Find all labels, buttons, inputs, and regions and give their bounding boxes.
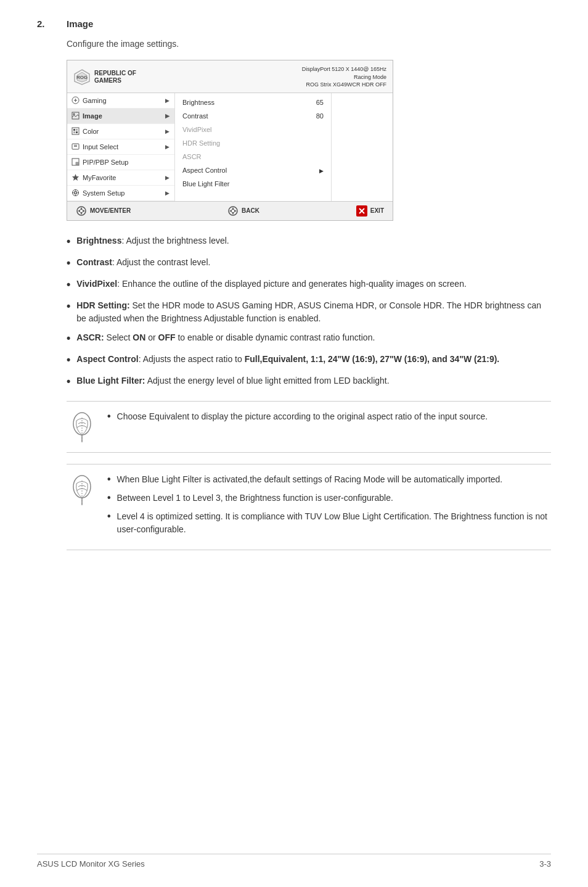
menu-label-6: System Setup (83, 189, 125, 197)
svg-marker-27 (80, 212, 83, 215)
bullet-item-6: • Blue Light Filter: Adjust the energy l… (67, 374, 551, 390)
svg-marker-33 (229, 210, 232, 212)
osd-content-item-3: HDR Setting (175, 136, 331, 150)
svg-rect-9 (73, 129, 75, 131)
svg-rect-8 (72, 128, 79, 134)
bullet-text-0: Brightness: Adjust the brightness level. (76, 234, 229, 247)
menu-arrow-1: ▶ (165, 113, 169, 119)
menu-icon-1 (71, 112, 80, 120)
osd-logo: ROG REPUBLIC OF GAMERS (73, 68, 136, 86)
osd-footer: MOVE/ENTER BACK (67, 201, 393, 220)
rog-logo-icon: ROG (73, 68, 91, 86)
osd-third-panel (331, 93, 393, 201)
osd-menu-item-myfavorite: MyFavorite ▶ (67, 170, 174, 186)
note-1-content: •Choose Equivalent to display the pictur… (107, 410, 551, 429)
section-number: 2. (37, 19, 49, 29)
osd-content-item-1: Contrast 80 (175, 109, 331, 123)
content-label-0: Brightness (182, 99, 214, 106)
menu-icon-6 (71, 189, 80, 197)
note-icon-1 (67, 410, 97, 444)
menu-icon-3 (71, 142, 80, 151)
feather-icon-2 (69, 474, 95, 506)
note-2-item-2: •Level 4 is optimized setting. It is com… (107, 510, 551, 536)
footer-left: ASUS LCD Monitor XG Series (37, 859, 145, 868)
note-2-item-1: •Between Level 1 to Level 3, the Brightn… (107, 492, 551, 505)
content-label-4: ASCR (182, 153, 202, 160)
svg-marker-34 (234, 210, 237, 212)
bullet-dot-2: • (67, 276, 70, 293)
bullet-dot-3: • (67, 298, 70, 315)
osd-move-btn: MOVE/ENTER (76, 205, 131, 217)
bullet-item-3: • HDR Setting: Set the HDR mode to ASUS … (67, 299, 551, 325)
menu-arrow-0: ▶ (165, 97, 169, 104)
svg-marker-26 (80, 207, 83, 210)
svg-marker-29 (83, 210, 85, 212)
osd-menu-item-image: Image ▶ (67, 109, 174, 124)
osd-header: ROG REPUBLIC OF GAMERS DisplayPort 5120 … (67, 60, 393, 93)
content-value-5: ▶ (319, 167, 324, 174)
note-2-list: •When Blue Light Filter is activated,the… (107, 473, 551, 536)
svg-rect-10 (76, 129, 78, 131)
menu-icon-0 (71, 96, 80, 105)
bullet-text-5: Aspect Control: Adjusts the aspect ratio… (76, 353, 499, 366)
section-body: Configure the image settings. ROG REPUBL… (67, 39, 551, 550)
section-subtitle: Configure the image settings. (67, 39, 551, 49)
menu-icon-4 (71, 158, 80, 167)
osd-content: Brightness 65 Contrast 80 VividPixel HDR… (175, 93, 331, 201)
content-value-1: 80 (316, 112, 324, 120)
svg-text:ROG: ROG (76, 75, 88, 80)
svg-rect-17 (76, 162, 78, 165)
note-1-list: •Choose Equivalent to display the pictur… (107, 410, 551, 424)
osd-back-btn: BACK (227, 205, 259, 217)
osd-body: Gaming ▶ Image ▶ Color ▶ Input Select ▶ … (67, 93, 393, 201)
bullet-dot-1: • (67, 255, 70, 271)
osd-content-item-5: Aspect Control ▶ (175, 163, 331, 177)
section-title: Image (67, 19, 93, 29)
note-box-2: •When Blue Light Filter is activated,the… (67, 464, 551, 550)
menu-icon-2 (71, 127, 80, 136)
content-label-6: Blue Light Filter (182, 180, 229, 188)
feature-list: • Brightness: Adjust the brightness leve… (67, 234, 551, 390)
menu-label-0: Gaming (83, 97, 107, 104)
menu-label-4: PIP/PBP Setup (83, 159, 128, 166)
bullet-text-6: Blue Light Filter: Adjust the energy lev… (76, 374, 389, 387)
content-label-1: Contrast (182, 112, 208, 120)
svg-point-7 (73, 113, 75, 115)
svg-rect-6 (72, 112, 79, 119)
bullet-text-4: ASCR: Select ON or OFF to enable or disa… (76, 331, 375, 344)
osd-exit-btn: EXIT (356, 205, 384, 217)
bullet-item-1: • Contrast: Adjust the contrast level. (67, 256, 551, 271)
bullet-dot-4: • (67, 330, 70, 347)
menu-icon-5 (71, 173, 80, 182)
osd-menu-item-system-setup: System Setup ▶ (67, 186, 174, 201)
feather-icon-1 (69, 411, 95, 444)
menu-label-2: Color (83, 128, 99, 135)
bullet-dot-5: • (67, 352, 70, 368)
osd-brand-text: REPUBLIC OF GAMERS (94, 70, 136, 85)
svg-marker-31 (232, 207, 234, 210)
svg-rect-12 (76, 131, 78, 133)
svg-point-19 (74, 192, 76, 194)
back-icon (227, 205, 239, 217)
osd-content-item-6: Blue Light Filter (175, 177, 331, 191)
bullet-dot-6: • (67, 373, 70, 390)
footer-right: 3-3 (539, 859, 551, 868)
note-1-item-0: •Choose Equivalent to display the pictur… (107, 410, 551, 424)
menu-arrow-5: ▶ (165, 175, 169, 181)
bullet-text-1: Contrast: Adjust the contrast level. (76, 256, 210, 269)
svg-marker-18 (72, 174, 79, 181)
bullet-item-5: • Aspect Control: Adjusts the aspect rat… (67, 353, 551, 368)
section-header: 2. Image (37, 19, 551, 29)
bullet-item-2: • VividPixel: Enhance the outline of the… (67, 278, 551, 293)
content-label-2: VividPixel (182, 126, 212, 133)
menu-arrow-6: ▶ (165, 190, 169, 196)
bullet-item-0: • Brightness: Adjust the brightness leve… (67, 234, 551, 250)
osd-menu-item-pip/pbp-setup: PIP/PBP Setup (67, 155, 174, 170)
exit-icon (356, 205, 367, 217)
menu-label-1: Image (83, 112, 102, 120)
osd-mockup: ROG REPUBLIC OF GAMERS DisplayPort 5120 … (67, 60, 393, 221)
osd-menu-item-input-select: Input Select ▶ (67, 139, 174, 155)
note-2-content: •When Blue Light Filter is activated,the… (107, 473, 551, 541)
bullet-item-4: • ASCR: Select ON or OFF to enable or di… (67, 331, 551, 347)
page-footer: ASUS LCD Monitor XG Series 3-3 (37, 854, 551, 868)
